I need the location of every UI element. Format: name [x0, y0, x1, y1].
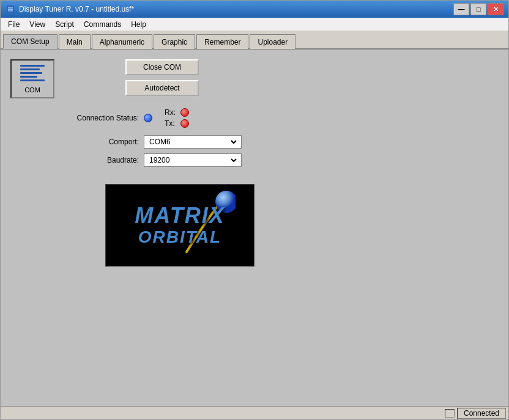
- tab-alphanumeric[interactable]: Alphanumeric: [92, 34, 152, 49]
- maximize-button[interactable]: □: [470, 3, 486, 15]
- tx-row: Tx:: [165, 119, 189, 128]
- comport-select[interactable]: COM1 COM2 COM3 COM4 COM5 COM6 COM7 COM8: [147, 136, 239, 148]
- menu-view[interactable]: View: [24, 18, 50, 31]
- baudrate-row: Baudrate: 9600 19200 38400 57600 115200: [10, 153, 242, 167]
- close-button[interactable]: ✕: [488, 3, 503, 15]
- logo-orbital-text: ORBITAL: [135, 228, 225, 247]
- svg-rect-1: [8, 7, 13, 9]
- autodetect-button[interactable]: Autodetect: [125, 80, 199, 96]
- logo-matrix-text: MATRIX: [135, 204, 225, 228]
- title-bar: Display Tuner R. v0.7 - untitled.usf* — …: [1, 1, 508, 18]
- rx-led: [180, 108, 189, 117]
- rx-label: Rx:: [165, 108, 177, 117]
- tab-main[interactable]: Main: [59, 34, 91, 49]
- connected-status: Connected: [457, 408, 506, 419]
- connection-status-row: Connection Status: Rx: Tx:: [10, 108, 189, 128]
- svg-rect-3: [8, 10, 13, 12]
- tab-com-setup[interactable]: COM Setup: [3, 34, 58, 49]
- menu-bar: File View Script Commands Help: [1, 18, 508, 31]
- status-indicator: [445, 409, 455, 418]
- right-controls: Close COM Autodetect: [64, 59, 499, 98]
- status-bar: Connected: [1, 406, 508, 419]
- connection-led: [144, 114, 152, 122]
- comport-combobox[interactable]: COM1 COM2 COM3 COM4 COM5 COM6 COM7 COM8: [144, 135, 242, 149]
- menu-script[interactable]: Script: [50, 18, 79, 31]
- top-section: COM Close COM Autodetect: [10, 59, 499, 98]
- app-icon: [6, 4, 15, 14]
- title-bar-left: Display Tuner R. v0.7 - untitled.usf*: [6, 4, 134, 14]
- com-line-3: [20, 72, 42, 74]
- com-line-1: [20, 65, 45, 67]
- baudrate-select[interactable]: 9600 19200 38400 57600 115200: [147, 154, 239, 166]
- com-icon-label: COM: [24, 86, 40, 94]
- tab-uploader[interactable]: Uploader: [250, 34, 295, 49]
- matrix-orbital-logo: MATRIX ORBITAL: [105, 184, 254, 267]
- title-bar-buttons: — □ ✕: [453, 3, 503, 15]
- comport-label: Comport:: [59, 138, 139, 146]
- window-title: Display Tuner R. v0.7 - untitled.usf*: [19, 5, 134, 13]
- close-com-button[interactable]: Close COM: [125, 59, 199, 75]
- connection-status-label: Connection Status:: [59, 114, 139, 122]
- com-icon-box: COM: [10, 59, 54, 98]
- comport-row: Comport: COM1 COM2 COM3 COM4 COM5 COM6 C…: [10, 135, 242, 149]
- logo-container: MATRIX ORBITAL: [10, 184, 254, 267]
- com-line-4: [20, 76, 37, 78]
- tx-led: [180, 119, 189, 128]
- svg-rect-2: [8, 9, 13, 10]
- com-line-2: [20, 68, 40, 70]
- com-icon-lines: [20, 65, 45, 81]
- tx-label: Tx:: [165, 119, 177, 128]
- content-area: COM Close COM Autodetect Connection Stat…: [1, 50, 508, 406]
- menu-commands[interactable]: Commands: [79, 18, 126, 31]
- main-window: Display Tuner R. v0.7 - untitled.usf* — …: [0, 0, 509, 420]
- com-line-5: [20, 79, 45, 81]
- tab-remember[interactable]: Remember: [196, 34, 248, 49]
- minimize-button[interactable]: —: [453, 3, 469, 15]
- logo-text: MATRIX ORBITAL: [135, 204, 225, 246]
- rx-tx-group: Rx: Tx:: [165, 108, 189, 128]
- tab-graphic[interactable]: Graphic: [154, 34, 195, 49]
- tabs-bar: COM Setup Main Alphanumeric Graphic Reme…: [1, 31, 508, 50]
- baudrate-label: Baudrate:: [59, 156, 139, 164]
- menu-file[interactable]: File: [3, 18, 24, 31]
- menu-help[interactable]: Help: [126, 18, 151, 31]
- baudrate-combobox[interactable]: 9600 19200 38400 57600 115200: [144, 153, 242, 167]
- rx-row: Rx:: [165, 108, 189, 117]
